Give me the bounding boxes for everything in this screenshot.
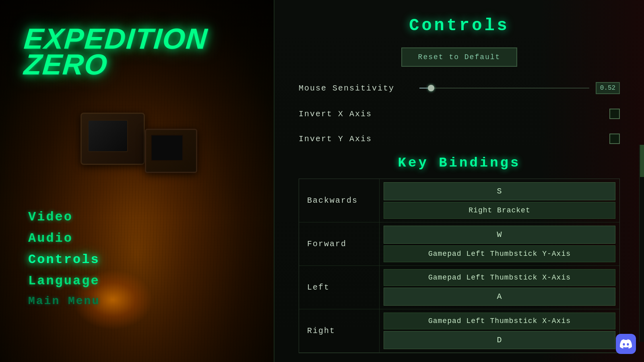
key-btn-forward-1[interactable]: Gamepad Left Thumbstick Y-Axis bbox=[384, 245, 615, 262]
key-btn-right-0[interactable]: Gamepad Left Thumbstick X-Axis bbox=[384, 313, 615, 329]
invert-x-row: Invert X Axis bbox=[299, 105, 620, 122]
binding-keys-left: Gamepad Left Thumbstick X-Axis A bbox=[380, 266, 619, 309]
tv-1 bbox=[80, 113, 145, 165]
logo-line2: ZERO bbox=[23, 50, 209, 79]
binding-keys-forward: W Gamepad Left Thumbstick Y-Axis bbox=[380, 222, 619, 265]
left-panel: EXPEDITION ZERO Video Audio Controls Lan… bbox=[0, 0, 274, 362]
sidebar-item-audio[interactable]: Audio bbox=[28, 231, 100, 246]
key-btn-right-1[interactable]: D bbox=[384, 331, 615, 349]
slider-thumb[interactable] bbox=[428, 85, 434, 91]
right-content: Controls Reset to Default Mouse Sensitiv… bbox=[275, 0, 644, 362]
slider-fill bbox=[419, 88, 428, 88]
mouse-sensitivity-row: Mouse Sensitivity 0.52 bbox=[299, 79, 620, 97]
sidebar-item-main-menu[interactable]: Main Menu bbox=[28, 295, 100, 307]
sidebar-item-controls[interactable]: Controls bbox=[28, 252, 100, 267]
binding-action-backwards: Backwards bbox=[299, 179, 380, 222]
key-btn-backwards-1[interactable]: Right Bracket bbox=[384, 202, 615, 219]
binding-action-right: Right bbox=[299, 309, 380, 352]
binding-row-right: Right Gamepad Left Thumbstick X-Axis D bbox=[299, 309, 619, 353]
binding-keys-right: Gamepad Left Thumbstick X-Axis D bbox=[380, 309, 619, 352]
binding-row-left: Left Gamepad Left Thumbstick X-Axis A bbox=[299, 266, 619, 309]
discord-icon bbox=[620, 338, 632, 350]
reset-to-default-button[interactable]: Reset to Default bbox=[401, 47, 518, 67]
binding-action-forward: Forward bbox=[299, 222, 380, 265]
invert-y-row: Invert Y Axis bbox=[299, 130, 620, 147]
binding-row-backwards: Backwards S Right Bracket bbox=[299, 179, 619, 222]
tv-screen-1 bbox=[88, 120, 128, 152]
binding-keys-backwards: S Right Bracket bbox=[380, 179, 619, 222]
invert-x-label: Invert X Axis bbox=[299, 109, 419, 119]
slider-track[interactable] bbox=[419, 88, 589, 88]
slider-value: 0.52 bbox=[596, 82, 620, 94]
scrollbar-thumb[interactable] bbox=[640, 145, 644, 177]
page-title: Controls bbox=[299, 16, 620, 35]
sidebar-item-language[interactable]: Language bbox=[28, 274, 100, 288]
binding-row-forward: Forward W Gamepad Left Thumbstick Y-Axis bbox=[299, 222, 619, 266]
key-btn-forward-0[interactable]: W bbox=[384, 226, 615, 244]
mouse-sensitivity-slider-container: 0.52 bbox=[419, 82, 620, 94]
tv-2 bbox=[145, 129, 197, 173]
discord-button[interactable] bbox=[616, 334, 636, 354]
invert-y-label: Invert Y Axis bbox=[299, 134, 419, 144]
tv-screen-2 bbox=[151, 135, 183, 161]
key-btn-backwards-0[interactable]: S bbox=[384, 182, 615, 200]
key-btn-left-0[interactable]: Gamepad Left Thumbstick X-Axis bbox=[384, 269, 615, 286]
invert-y-checkbox[interactable] bbox=[609, 134, 620, 144]
mouse-sensitivity-label: Mouse Sensitivity bbox=[299, 84, 419, 93]
binding-action-left: Left bbox=[299, 266, 380, 309]
nav-menu: Video Audio Controls Language Main Menu bbox=[28, 210, 100, 314]
logo-area: EXPEDITION ZERO bbox=[24, 24, 208, 79]
scrollbar-track[interactable] bbox=[639, 145, 644, 342]
key-btn-left-1[interactable]: A bbox=[384, 288, 615, 306]
sidebar-item-video[interactable]: Video bbox=[28, 210, 100, 224]
invert-x-checkbox[interactable] bbox=[609, 109, 620, 119]
key-bindings-title: Key Bindings bbox=[299, 155, 620, 171]
bindings-list: Backwards S Right Bracket Forward W Game… bbox=[299, 179, 620, 353]
right-panel: Controls Reset to Default Mouse Sensitiv… bbox=[274, 0, 644, 362]
